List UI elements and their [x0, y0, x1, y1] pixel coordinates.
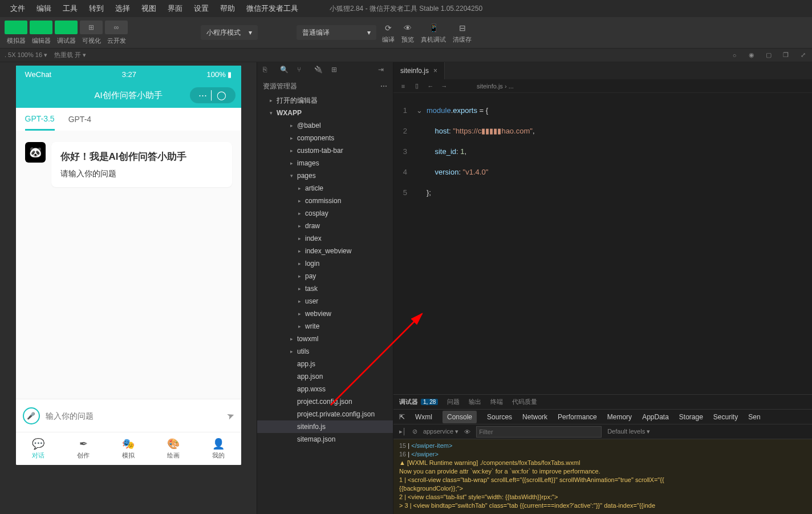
devtab-network[interactable]: Network — [522, 413, 547, 421]
menu-wechat-devtools[interactable]: 微信开发者工具 — [241, 3, 304, 14]
devtab-security[interactable]: Security — [713, 413, 738, 421]
tree-item[interactable]: ▸user — [257, 295, 393, 307]
close-icon[interactable]: × — [433, 67, 437, 75]
chat-input[interactable] — [46, 411, 221, 420]
tabbar-chat[interactable]: 💬对话 — [16, 432, 61, 465]
dbg-tab-problems[interactable]: 问题 — [447, 398, 460, 406]
collapse-icon[interactable]: ⇥ — [378, 66, 387, 75]
menu-goto[interactable]: 转到 — [83, 3, 109, 14]
tree-item[interactable]: ▸打开的编辑器 — [257, 94, 393, 107]
tree-item[interactable]: ▸utils — [257, 345, 393, 358]
sb-icon-5[interactable]: ⤢ — [798, 51, 807, 60]
search-icon[interactable]: 🔍 — [280, 66, 289, 75]
tree-item[interactable]: ▸task — [257, 282, 393, 295]
zoom-info[interactable]: . 5X 100% 16 ▾ — [5, 51, 47, 59]
menu-select[interactable]: 选择 — [109, 3, 136, 14]
tb-debugger[interactable]: 调试器 — [55, 21, 78, 45]
bookmark-icon[interactable]: ▯ — [413, 82, 421, 90]
list-icon[interactable]: ≡ — [399, 82, 407, 90]
dbg-tab-output[interactable]: 输出 — [469, 398, 481, 406]
tabbar-simulate[interactable]: 🎭模拟 — [106, 432, 151, 465]
devtab-sen[interactable]: Sen — [748, 413, 760, 421]
tb-cloud[interactable]: ∞云开发 — [105, 21, 128, 45]
tree-item[interactable]: app.json — [257, 370, 393, 383]
menu-file[interactable]: 文件 — [5, 3, 31, 14]
context-select[interactable]: appservice ▾ — [423, 428, 458, 435]
tree-item[interactable]: sitemap.json — [257, 433, 393, 446]
tree-item[interactable]: ▸@babel — [257, 119, 393, 132]
tb-simulator[interactable]: 模拟器 — [5, 21, 27, 45]
tree-item[interactable]: ▸components — [257, 132, 393, 144]
back-icon[interactable]: ← — [427, 82, 435, 90]
mode-select[interactable]: 小程序模式▾ — [201, 25, 258, 40]
dbg-tab-terminal[interactable]: 终端 — [490, 398, 503, 406]
breadcrumb-path[interactable]: siteinfo.js › ... — [477, 83, 514, 90]
console-output[interactable]: 15 | </swiper-item>16 | </swiper>▲ [WXML… — [393, 439, 812, 514]
tree-item[interactable]: ▾WXAPP — [257, 107, 393, 119]
code-area[interactable]: 1⌄module.exports = { 2 host: "https://c▮… — [393, 93, 812, 394]
eye-icon[interactable]: 👁 — [464, 428, 470, 435]
tab-gpt4[interactable]: GPT-4 — [68, 109, 91, 129]
more-icon[interactable]: ⋯ — [380, 82, 387, 90]
menu-ui[interactable]: 界面 — [162, 3, 188, 14]
forward-icon[interactable]: → — [440, 82, 448, 90]
devtab-memory[interactable]: Memory — [607, 413, 632, 421]
send-icon[interactable]: ➤ — [225, 409, 236, 422]
tree-item[interactable]: ▸article — [257, 182, 393, 195]
tree-item[interactable]: ▸draw — [257, 220, 393, 232]
tree-item[interactable]: ▸webview — [257, 307, 393, 320]
sb-icon-1[interactable]: ○ — [730, 51, 739, 60]
tab-gpt35[interactable]: GPT-3.5 — [25, 108, 55, 131]
ext-icon[interactable]: 🔌 — [314, 66, 323, 75]
devtab-console[interactable]: Console — [442, 411, 477, 423]
git-icon[interactable]: ⑂ — [297, 66, 306, 75]
level-select[interactable]: Default levels ▾ — [607, 428, 650, 435]
grid-icon[interactable]: ⊞ — [331, 66, 340, 75]
tree-item[interactable]: ▸towxml — [257, 333, 393, 345]
tree-item[interactable]: ▸cosplay — [257, 207, 393, 220]
action-clear-cache[interactable]: ⊟清缓存 — [453, 22, 472, 44]
sb-icon-4[interactable]: ❐ — [781, 51, 790, 60]
tree-item[interactable]: ▸index — [257, 232, 393, 245]
dbg-tab-quality[interactable]: 代码质量 — [512, 398, 537, 406]
console-filter-input[interactable] — [476, 426, 602, 438]
tree-item[interactable]: ▾pages — [257, 169, 393, 182]
menu-help[interactable]: 帮助 — [214, 3, 241, 14]
tree-item[interactable]: ▸login — [257, 257, 393, 270]
tree-item[interactable]: ▸pay — [257, 270, 393, 282]
menu-settings[interactable]: 设置 — [188, 3, 214, 14]
tabbar-me[interactable]: 👤我的 — [196, 432, 241, 465]
tree-item[interactable]: ▸images — [257, 157, 393, 169]
devtab-storage[interactable]: Storage — [679, 413, 703, 421]
sb-icon-2[interactable]: ◉ — [747, 51, 756, 60]
sb-icon-3[interactable]: ▢ — [764, 51, 773, 60]
tree-item[interactable]: app.js — [257, 358, 393, 370]
action-compile[interactable]: ⟳编译 — [382, 22, 395, 44]
tree-item[interactable]: app.wxss — [257, 383, 393, 395]
tree-item[interactable]: project.private.config.json — [257, 408, 393, 420]
menu-view[interactable]: 视图 — [136, 3, 162, 14]
voice-icon[interactable]: 🎤 — [23, 407, 40, 424]
action-preview[interactable]: 👁预览 — [401, 22, 414, 44]
tb-editor[interactable]: 编辑器 — [30, 21, 52, 45]
inspect-icon[interactable]: ⇱ — [399, 413, 405, 421]
tree-item[interactable]: ▸write — [257, 320, 393, 333]
hot-reload[interactable]: 热重载 开 ▾ — [54, 51, 86, 59]
tb-visual[interactable]: ⊞可视化 — [80, 21, 103, 45]
menu-edit[interactable]: 编辑 — [31, 3, 57, 14]
menu-tools[interactable]: 工具 — [57, 3, 83, 14]
editor-tab-siteinfo[interactable]: siteinfo.js× — [393, 62, 445, 79]
dbg-tab-debugger[interactable]: 调试器 1, 28 — [399, 398, 438, 406]
clear-console-icon[interactable]: ⊘ — [412, 428, 417, 435]
devtab-sources[interactable]: Sources — [487, 413, 512, 421]
tabbar-draw[interactable]: 🎨绘画 — [151, 432, 196, 465]
tree-item[interactable]: ▸custom-tab-bar — [257, 144, 393, 157]
action-device-debug[interactable]: 📱真机调试 — [421, 22, 446, 44]
tree-item[interactable]: ▸index_webview — [257, 245, 393, 257]
tree-item[interactable]: siteinfo.js — [257, 420, 393, 433]
devtab-appdata[interactable]: AppData — [642, 413, 669, 421]
tree-item[interactable]: ▸commission — [257, 195, 393, 207]
tabbar-create[interactable]: ✒创作 — [61, 432, 106, 465]
tree-item[interactable]: project.config.json — [257, 395, 393, 408]
devtab-wxml[interactable]: Wxml — [415, 413, 432, 421]
